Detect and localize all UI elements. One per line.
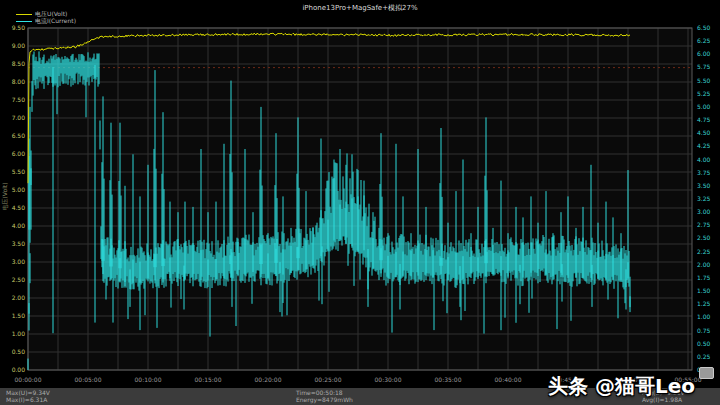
- svg-text:00:40:00: 00:40:00: [495, 376, 522, 383]
- svg-text:0.75: 0.75: [697, 327, 711, 334]
- status-left: Max(U)=9.34V Max(I)=6.31A: [6, 389, 50, 403]
- watermark: 头条 @猫哥Leo: [548, 373, 714, 400]
- svg-text:3.25: 3.25: [697, 195, 711, 202]
- svg-text:00:15:00: 00:15:00: [195, 376, 222, 383]
- svg-text:3.00: 3.00: [697, 208, 711, 215]
- svg-text:2.75: 2.75: [697, 221, 711, 228]
- svg-text:8.50: 8.50: [12, 60, 26, 67]
- svg-text:1.25: 1.25: [697, 300, 711, 307]
- svg-text:3.50: 3.50: [12, 240, 26, 247]
- svg-text:1.00: 1.00: [12, 330, 26, 337]
- svg-text:00:20:00: 00:20:00: [255, 376, 282, 383]
- y-axis-title: 电压(Volt): [1, 137, 10, 257]
- status-left-line1: Max(U)=9.34V: [6, 389, 50, 396]
- svg-text:00:35:00: 00:35:00: [435, 376, 462, 383]
- svg-text:5.25: 5.25: [697, 90, 711, 97]
- svg-text:00:00:00: 00:00:00: [15, 376, 42, 383]
- svg-text:4.00: 4.00: [697, 156, 711, 163]
- svg-text:3.00: 3.00: [12, 258, 26, 265]
- svg-text:5.75: 5.75: [697, 63, 711, 70]
- svg-text:5.50: 5.50: [12, 168, 26, 175]
- svg-text:7.00: 7.00: [12, 114, 26, 121]
- svg-text:00:10:00: 00:10:00: [135, 376, 162, 383]
- svg-text:4.75: 4.75: [697, 116, 711, 123]
- svg-text:00:25:00: 00:25:00: [315, 376, 342, 383]
- svg-text:4.00: 4.00: [12, 222, 26, 229]
- svg-text:5.50: 5.50: [697, 77, 711, 84]
- svg-text:00:30:00: 00:30:00: [375, 376, 402, 383]
- svg-text:1.50: 1.50: [697, 287, 711, 294]
- legend: 电压U(Volt) 电流I(Current): [16, 11, 76, 25]
- legend-item-current[interactable]: 电流I(Current): [16, 18, 76, 25]
- status-left-line2: Max(I)=6.31A: [6, 396, 50, 403]
- svg-text:0.50: 0.50: [697, 340, 711, 347]
- svg-text:8.00: 8.00: [12, 78, 26, 85]
- voltage-line-swatch: [16, 14, 32, 15]
- toutiao-badge-icon: [699, 367, 714, 379]
- svg-text:9.00: 9.00: [12, 42, 26, 49]
- svg-text:6.25: 6.25: [697, 37, 711, 44]
- svg-text:2.00: 2.00: [697, 261, 711, 268]
- svg-text:4.50: 4.50: [697, 129, 711, 136]
- svg-text:6.50: 6.50: [12, 132, 26, 139]
- svg-text:9.50: 9.50: [12, 24, 26, 31]
- svg-text:2.50: 2.50: [12, 276, 26, 283]
- svg-text:2.25: 2.25: [697, 248, 711, 255]
- svg-text:7.50: 7.50: [12, 96, 26, 103]
- svg-text:0.50: 0.50: [12, 348, 26, 355]
- current-line-swatch: [16, 21, 32, 22]
- svg-text:0.25: 0.25: [697, 353, 711, 360]
- svg-text:5.00: 5.00: [697, 103, 711, 110]
- app-window: iPhone13Pro+MagSafe+模拟27% 电压U(Volt) 电流I(…: [0, 0, 720, 405]
- chart-plot-area[interactable]: 9.509.008.508.007.507.006.506.005.505.00…: [0, 0, 720, 405]
- svg-text:4.50: 4.50: [12, 204, 26, 211]
- svg-text:6.00: 6.00: [12, 150, 26, 157]
- svg-text:2.50: 2.50: [697, 234, 711, 241]
- svg-text:00:05:00: 00:05:00: [75, 376, 102, 383]
- svg-text:5.00: 5.00: [12, 186, 26, 193]
- status-center-line1: Time=00:50:18: [296, 389, 353, 396]
- svg-text:1.00: 1.00: [697, 313, 711, 320]
- watermark-text: 头条 @猫哥Leo: [548, 374, 695, 398]
- chart-title: iPhone13Pro+MagSafe+模拟27%: [0, 3, 720, 13]
- svg-text:6.00: 6.00: [697, 50, 711, 57]
- status-center: Time=00:50:18 Energy=8479mWh: [296, 389, 353, 403]
- svg-text:4.25: 4.25: [697, 142, 711, 149]
- svg-text:1.50: 1.50: [12, 312, 26, 319]
- legend-label-current: 电流I(Current): [35, 17, 76, 26]
- svg-text:1.75: 1.75: [697, 274, 711, 281]
- svg-text:0.00: 0.00: [12, 366, 26, 373]
- svg-text:2.00: 2.00: [12, 294, 26, 301]
- svg-text:3.75: 3.75: [697, 169, 711, 176]
- svg-text:3.50: 3.50: [697, 182, 711, 189]
- status-center-line2: Energy=8479mWh: [296, 396, 353, 403]
- svg-text:6.50: 6.50: [697, 24, 711, 31]
